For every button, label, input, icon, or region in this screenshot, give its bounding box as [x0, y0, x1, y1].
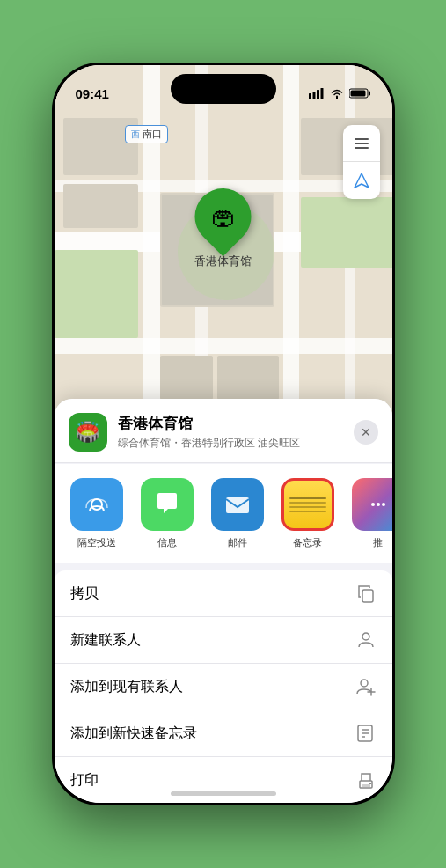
map-label-text: 南口 [143, 129, 162, 139]
pin-marker: 🏟 [183, 177, 263, 257]
location-button[interactable] [343, 162, 380, 199]
notes-line-3 [289, 506, 326, 508]
share-more[interactable]: 推 [347, 478, 392, 549]
venue-description: 综合体育馆・香港特别行政区 油尖旺区 [118, 436, 343, 451]
wifi-icon [330, 88, 344, 99]
notes-icon-wrap [281, 478, 334, 531]
close-button[interactable]: ✕ [354, 420, 378, 445]
signal-icon [309, 88, 325, 99]
copy-icon [355, 583, 377, 604]
notes-line-1 [289, 497, 326, 499]
airdrop-icon [83, 490, 111, 519]
share-mail[interactable]: 邮件 [206, 478, 269, 549]
share-row: 隔空投送 信息 [55, 464, 392, 563]
action-list: 拷贝 新建联系人 添加到现有联系人 [55, 570, 392, 803]
share-airdrop[interactable]: 隔空投送 [65, 478, 128, 549]
share-notes[interactable]: 备忘录 [276, 478, 340, 549]
message-icon-wrap [141, 478, 194, 531]
notes-label: 备忘录 [293, 536, 322, 549]
notes-lines [284, 492, 332, 518]
action-print[interactable]: 打印 [55, 757, 392, 803]
svg-rect-26 [355, 143, 369, 144]
svg-rect-20 [217, 356, 279, 400]
venue-name: 香港体育馆 [118, 414, 343, 434]
bottom-sheet: 🏟️ 香港体育馆 综合体育馆・香港特别行政区 油尖旺区 ✕ [55, 399, 392, 803]
svg-rect-6 [350, 91, 365, 97]
airdrop-icon-wrap [70, 478, 123, 531]
more-dots-icon [369, 496, 387, 513]
new-contact-icon [355, 629, 377, 651]
phone-screen: 09:41 [55, 65, 392, 803]
svg-rect-29 [226, 497, 249, 513]
svg-point-28 [91, 499, 102, 510]
mail-icon [223, 489, 252, 519]
svg-rect-11 [143, 65, 160, 444]
map-background: 西 南口 [55, 65, 392, 444]
share-message[interactable]: 信息 [135, 478, 199, 549]
svg-rect-22 [63, 184, 138, 228]
notes-line-4 [289, 511, 326, 512]
svg-rect-27 [355, 147, 369, 149]
phone-frame: 09:41 [52, 63, 395, 805]
svg-rect-2 [317, 90, 319, 99]
notes-line-2 [289, 502, 326, 504]
action-new-contact-label: 新建联系人 [70, 631, 141, 650]
venue-icon: 🏟️ [69, 413, 107, 452]
action-new-contact[interactable]: 新建联系人 [55, 617, 392, 664]
svg-rect-5 [369, 92, 370, 96]
message-label: 信息 [157, 536, 177, 549]
venue-info: 香港体育馆 综合体育馆・香港特别行政区 油尖旺区 [118, 414, 343, 451]
svg-point-34 [362, 633, 369, 640]
quick-note-icon [355, 723, 377, 744]
battery-icon [349, 88, 371, 99]
svg-rect-43 [362, 784, 370, 787]
location-arrow-icon [352, 171, 371, 190]
layers-icon [352, 134, 371, 153]
svg-rect-17 [55, 250, 138, 338]
map-controls[interactable] [343, 125, 380, 199]
svg-rect-19 [160, 356, 213, 400]
svg-point-31 [377, 503, 380, 506]
more-label: 推 [373, 536, 383, 549]
print-icon [355, 769, 377, 791]
message-icon [152, 489, 182, 519]
action-quick-note-label: 添加到新快速备忘录 [70, 725, 197, 743]
mail-label: 邮件 [228, 536, 247, 549]
action-print-label: 打印 [70, 771, 99, 790]
map-label-prefix: 西 [131, 129, 140, 139]
svg-rect-3 [320, 88, 323, 99]
svg-rect-44 [369, 783, 371, 784]
sheet-header: 🏟️ 香港体育馆 综合体育馆・香港特别行政区 油尖旺区 ✕ [55, 399, 392, 463]
action-copy-label: 拷贝 [70, 585, 99, 603]
action-copy[interactable]: 拷贝 [55, 570, 392, 617]
location-pin: 🏟 香港体育馆 [194, 188, 252, 269]
svg-rect-33 [362, 590, 373, 602]
home-indicator [171, 791, 276, 796]
status-icons [309, 88, 371, 99]
add-to-contact-icon [355, 676, 377, 697]
svg-rect-12 [283, 65, 299, 444]
pin-icon: 🏟 [211, 202, 236, 232]
action-add-existing-label: 添加到现有联系人 [70, 678, 183, 696]
more-icon-wrap [352, 478, 392, 531]
action-quick-note[interactable]: 添加到新快速备忘录 [55, 710, 392, 757]
dynamic-island [171, 74, 276, 104]
map-label: 西 南口 [125, 125, 168, 143]
svg-point-35 [361, 680, 368, 687]
close-icon: ✕ [361, 425, 371, 439]
status-time: 09:41 [76, 86, 109, 101]
svg-rect-0 [309, 93, 311, 99]
svg-rect-25 [355, 138, 369, 140]
svg-rect-1 [312, 92, 315, 99]
map-layers-button[interactable] [343, 125, 380, 162]
venue-emoji: 🏟️ [76, 421, 99, 444]
action-add-existing-contact[interactable]: 添加到现有联系人 [55, 664, 392, 710]
svg-rect-10 [55, 338, 392, 354]
mail-icon-wrap [211, 478, 264, 531]
svg-point-30 [371, 503, 375, 506]
airdrop-label: 隔空投送 [77, 536, 116, 549]
svg-point-32 [382, 503, 385, 506]
svg-rect-18 [301, 197, 392, 268]
